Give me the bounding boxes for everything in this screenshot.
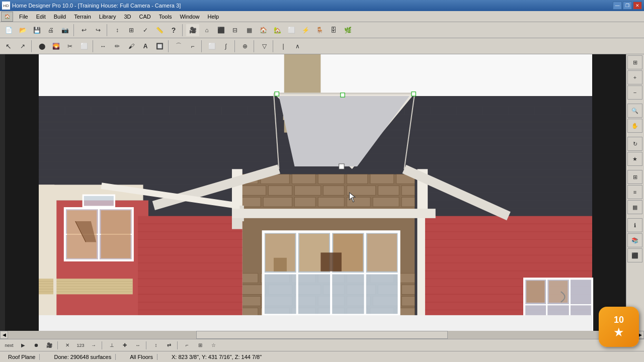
close-button[interactable]: ✕ [633,2,642,10]
full-camera-button[interactable]: 🎥 [186,24,199,36]
stretch-h-button[interactable]: ↔ [132,340,144,350]
menu-bar: 🏠 File Edit Build Terrain Library 3D CAD… [0,11,644,22]
record-button[interactable]: ⏺ [30,340,42,350]
zoom-fit-button[interactable]: ⊞ [627,55,642,69]
text-tool[interactable]: A [139,40,152,52]
angle-tool[interactable]: ∧ [291,40,304,52]
roof-plan-button[interactable]: 🏠 [257,24,270,36]
wall-tool[interactable]: ⬜ [77,40,91,52]
menu-tools[interactable]: Tools [155,13,176,21]
electrical-button[interactable]: ⚡ [299,24,312,36]
deck-button[interactable]: 🌿 [341,24,354,36]
cabinet-button[interactable]: 🗄 [327,24,340,36]
dimension-tool[interactable]: ↔ [97,40,110,52]
scroll-track[interactable] [8,331,636,339]
select-similar-tool[interactable]: ↗ [16,40,29,52]
pan-button[interactable]: ✋ [627,119,642,133]
measure-button[interactable]: 📏 [153,24,166,36]
obj-info-button[interactable]: ℹ [627,218,642,232]
scroll-left-button[interactable]: ◀ [0,331,8,339]
menu-file[interactable]: File [15,13,32,21]
svg-rect-94 [401,285,415,295]
print-button[interactable]: 🖨 [44,24,57,36]
floor-plan-button[interactable]: ⌂ [200,24,213,36]
menu-3d[interactable]: 3D [120,13,135,21]
btm-sep4 [177,341,179,349]
arrow-right-button[interactable]: → [88,340,100,350]
redo-button[interactable]: ↪ [92,24,105,36]
badge-number: 10 [614,315,624,325]
draw-tool[interactable]: ✏ [111,40,124,52]
horizontal-scrollbar[interactable]: ◀ ▶ [0,331,644,339]
symbol-button[interactable]: ⊞ [194,340,206,350]
foundation-button[interactable]: ⬜ [285,24,298,36]
menu-build[interactable]: Build [50,13,70,21]
viewport[interactable] [5,54,626,331]
svg-rect-56 [83,195,114,207]
terrain-tool[interactable]: 🌄 [49,40,62,52]
version-badge[interactable]: 10 ★ [599,307,639,347]
svg-rect-73 [401,186,415,196]
cross-button[interactable]: ✚ [119,340,131,350]
undo-button[interactable]: ↩ [77,24,91,36]
render-button[interactable]: ★ [627,152,642,166]
box-tool[interactable]: ⬜ [205,40,218,52]
svg-rect-121 [275,92,279,96]
layer-button[interactable]: ≡ [627,185,642,199]
app-menu-icon[interactable]: 🏠 [1,12,13,22]
move-button[interactable]: ↕ [111,24,124,36]
help-button[interactable]: ? [167,24,180,36]
material-tool[interactable]: 🔲 [153,40,166,52]
move-cam-button[interactable]: 🎥 [43,340,55,350]
library-button[interactable]: 📚 [627,233,642,247]
zoom-in-button[interactable]: + [627,70,642,84]
new-button[interactable]: 📄 [2,24,15,36]
vertical-button[interactable]: ⊥ [106,340,118,350]
polyline-tool[interactable]: ⌐ [186,40,199,52]
menu-window[interactable]: Window [176,13,203,21]
material-list-button[interactable]: ⊞ [627,170,642,184]
counter-button[interactable]: 123 [74,340,87,350]
open-button[interactable]: 📂 [16,24,29,36]
plan-button[interactable]: ⊞ [125,24,138,36]
menu-cad[interactable]: CAD [135,13,154,21]
menu-library[interactable]: Library [95,13,120,21]
save-button[interactable]: 💾 [30,24,43,36]
arch-tool[interactable]: ⌒ [172,40,185,52]
furniture-button[interactable]: 🪑 [313,24,326,36]
nudge-button[interactable]: ↕ [150,340,162,350]
grid-button[interactable]: ▦ [627,200,642,214]
select-tool[interactable]: ↖ [2,40,15,52]
menu-edit[interactable]: Edit [32,13,50,21]
view-toggle-down[interactable]: ▽ [258,40,271,52]
vertical-line[interactable]: | [277,40,290,52]
paint-tool[interactable]: 🖌 [125,40,138,52]
scroll-thumb[interactable] [196,331,447,339]
next-label[interactable]: next [2,340,16,350]
spline-tool[interactable]: ∫ [219,40,232,52]
circle-tool[interactable]: ⬤ [35,40,48,52]
wall-elev-button[interactable]: ⬛ [214,24,227,36]
framing-button[interactable]: ▦ [243,24,256,36]
zoom-out-button[interactable]: − [627,85,642,100]
star-button[interactable]: ☆ [207,340,219,350]
cross-section-button[interactable]: ⊟ [228,24,242,36]
floor-camera-button[interactable]: 🏡 [271,24,284,36]
restore-button[interactable]: ❐ [623,2,632,10]
zoom-region-button[interactable]: 🔍 [627,104,642,118]
play-button[interactable]: ▶ [17,340,29,350]
svg-rect-80 [401,197,415,207]
menu-terrain[interactable]: Terrain [70,13,95,21]
sep10 [273,40,275,52]
menu-help[interactable]: Help [204,13,223,21]
texture-button[interactable]: ⬛ [627,248,642,262]
check-button[interactable]: ✓ [139,24,152,36]
trim-tool[interactable]: ✂ [63,40,76,52]
orbit-button[interactable]: ↻ [627,137,642,151]
corner-button[interactable]: ⌐ [181,340,193,350]
camera-button[interactable]: 📷 [58,24,71,36]
flip-h-button[interactable]: ⇄ [163,340,175,350]
transform-tool[interactable]: ⊕ [238,40,252,52]
minimize-button[interactable]: — [613,2,622,10]
select-cancel-button[interactable]: ✕ [61,340,73,350]
